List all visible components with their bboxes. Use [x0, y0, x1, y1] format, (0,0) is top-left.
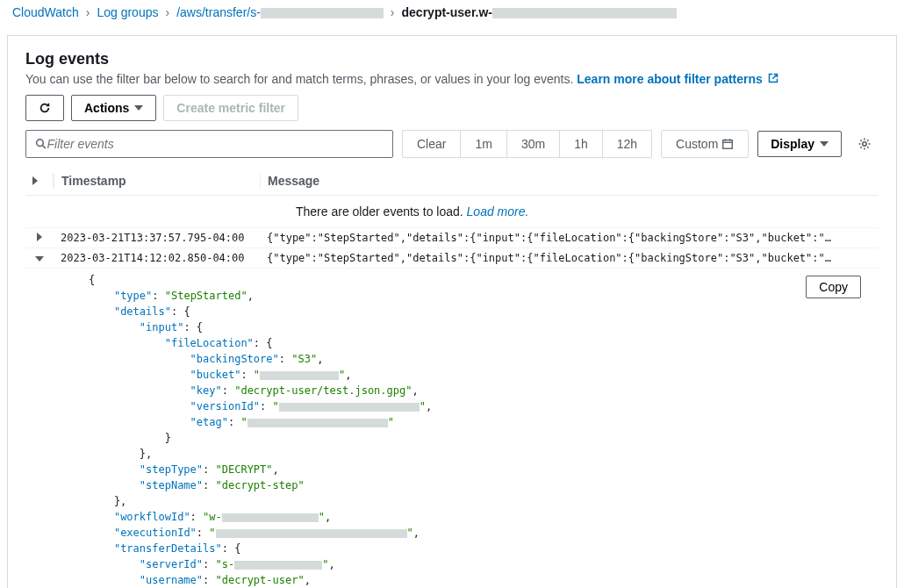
breadcrumb-stream-name: decrypt-user.w- — [402, 5, 677, 19]
log-events-panel: Log events You can use the filter bar be… — [7, 35, 897, 588]
svg-point-6 — [863, 142, 866, 146]
actions-button[interactable]: Actions — [71, 95, 156, 121]
chevron-right-icon: › — [86, 5, 90, 19]
range-30m[interactable]: 30m — [507, 131, 560, 157]
svg-point-0 — [37, 140, 44, 147]
table-row: 2023-03-21T14:12:02.850-04:00 {"type":"S… — [25, 248, 879, 269]
table-header: Timestamp Message — [25, 167, 879, 196]
search-icon — [35, 138, 47, 150]
time-range-segment: Clear 1m 30m 1h 12h — [402, 130, 652, 158]
caret-down-icon — [134, 105, 143, 111]
gear-icon — [857, 137, 872, 151]
chevron-right-icon: › — [165, 5, 169, 19]
cell-message: {"type":"StepStarted","details":{"input"… — [260, 252, 879, 264]
range-1m[interactable]: 1m — [461, 131, 506, 157]
copy-button[interactable]: Copy — [806, 276, 861, 298]
cell-timestamp: 2023-03-21T14:12:02.850-04:00 — [54, 252, 260, 264]
display-button[interactable]: Display — [757, 131, 842, 157]
breadcrumb-loggroup-name[interactable]: /aws/transfer/s- — [176, 5, 384, 19]
refresh-icon — [39, 102, 51, 114]
calendar-icon — [721, 138, 734, 150]
table-row: 2023-03-21T13:37:57.795-04:00 {"type":"S… — [25, 228, 879, 248]
learn-more-link[interactable]: Learn more about filter patterns — [577, 72, 778, 86]
custom-segment: Custom — [661, 130, 749, 158]
filter-row: Clear 1m 30m 1h 12h Custom Display — [25, 130, 879, 158]
settings-button[interactable] — [850, 130, 879, 158]
page-title: Log events — [25, 50, 879, 68]
range-12h[interactable]: 12h — [603, 131, 651, 157]
row-toggle[interactable] — [25, 252, 54, 264]
range-1h[interactable]: 1h — [560, 131, 603, 157]
filter-input-wrapper[interactable] — [25, 130, 393, 158]
cell-message: {"type":"StepStarted","details":{"input"… — [260, 232, 879, 244]
refresh-button[interactable] — [25, 95, 64, 121]
breadcrumb: CloudWatch › Log groups › /aws/transfer/… — [0, 0, 904, 25]
load-more-link[interactable]: Load more. — [467, 204, 529, 219]
custom-button[interactable]: Custom — [662, 131, 748, 157]
col-header-message[interactable]: Message — [260, 174, 879, 188]
hint-text: You can use the filter bar below to sear… — [25, 72, 879, 86]
external-link-icon — [768, 72, 778, 86]
breadcrumb-loggroups[interactable]: Log groups — [97, 5, 158, 19]
filter-input[interactable] — [47, 137, 384, 151]
cell-timestamp: 2023-03-21T13:37:57.795-04:00 — [54, 232, 260, 244]
chevron-right-icon: › — [391, 5, 395, 19]
breadcrumb-cloudwatch[interactable]: CloudWatch — [12, 5, 79, 19]
clear-button[interactable]: Clear — [403, 131, 461, 157]
toolbar: Actions Create metric filter — [25, 95, 879, 121]
svg-rect-2 — [723, 140, 733, 149]
row-toggle[interactable] — [25, 232, 54, 244]
col-header-timestamp[interactable]: Timestamp — [54, 174, 260, 188]
svg-line-1 — [42, 146, 45, 148]
caret-down-icon — [820, 141, 829, 147]
older-events-row: There are older events to load. Load mor… — [25, 196, 879, 228]
expanded-json: Copy { "type": "StepStarted", "details":… — [25, 269, 879, 588]
create-metric-filter-button[interactable]: Create metric filter — [163, 95, 298, 121]
expand-all-toggle[interactable] — [25, 174, 54, 188]
